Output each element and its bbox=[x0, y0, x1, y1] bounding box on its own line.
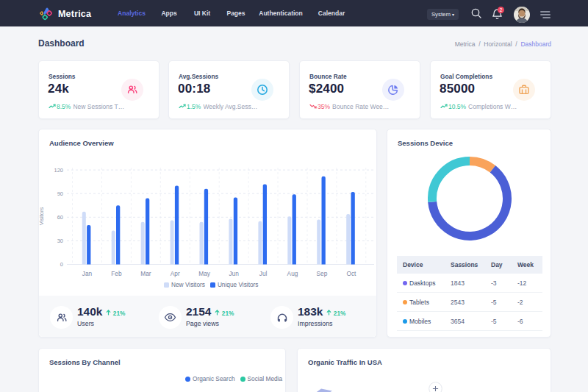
svg-text:Aug: Aug bbox=[287, 270, 298, 277]
svg-text:Sep: Sep bbox=[317, 270, 328, 277]
svg-text:May: May bbox=[198, 270, 211, 277]
svg-text:Jan: Jan bbox=[82, 270, 93, 277]
svg-text:120: 120 bbox=[54, 167, 63, 174]
svg-text:60: 60 bbox=[57, 214, 63, 221]
svg-text:Jul: Jul bbox=[259, 270, 268, 277]
svg-text:Jun: Jun bbox=[229, 270, 239, 277]
svg-text:Mar: Mar bbox=[140, 270, 151, 277]
svg-text:90: 90 bbox=[57, 190, 63, 197]
svg-text:Oct: Oct bbox=[346, 270, 356, 277]
svg-text:0: 0 bbox=[60, 261, 63, 268]
svg-text:Apr: Apr bbox=[171, 270, 180, 277]
svg-text:Visitors: Visitors bbox=[39, 207, 45, 226]
svg-text:Feb: Feb bbox=[111, 270, 122, 277]
svg-text:30: 30 bbox=[57, 238, 63, 244]
